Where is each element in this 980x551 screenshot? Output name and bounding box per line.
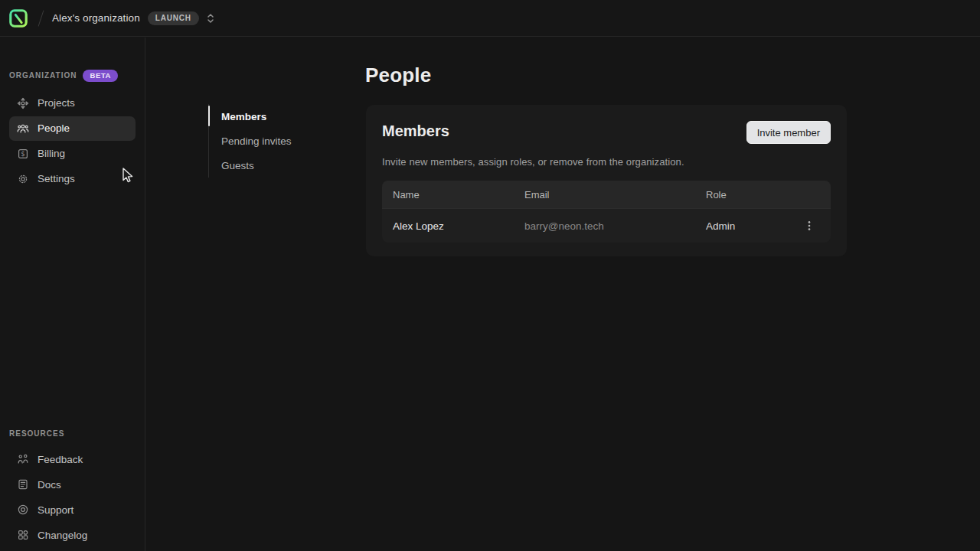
sidebar-item-label: People (38, 122, 70, 134)
sidebar-item-label: Support (38, 504, 74, 516)
feedback-icon (17, 453, 29, 465)
column-header-name: Name (393, 189, 524, 201)
chevron-updown-icon (205, 12, 216, 24)
sidebar-item-settings[interactable]: Settings (9, 167, 136, 191)
support-icon (17, 504, 29, 516)
resources-nav-list: Feedback Docs Support (0, 447, 145, 547)
members-card-title: Members (382, 122, 449, 140)
sidebar-item-billing[interactable]: $ Billing (9, 142, 136, 166)
changelog-icon (17, 529, 29, 541)
subnav-item-pending-invites[interactable]: Pending invites (209, 129, 324, 153)
sidebar-item-label: Changelog (38, 530, 87, 541)
sidebar: ORGANIZATION BETA Projects (0, 37, 145, 551)
resources-section-header: RESOURCES (9, 429, 136, 438)
sidebar-item-docs[interactable]: Docs (9, 472, 136, 497)
resources-section: RESOURCES Feedback (0, 429, 145, 548)
subnav-item-guests[interactable]: Guests (209, 153, 324, 178)
sidebar-item-feedback[interactable]: Feedback (9, 447, 136, 471)
top-bar: Alex's organization LAUNCH (0, 0, 980, 37)
people-subnav: Members Pending invites Guests (208, 104, 324, 178)
org-section-header: ORGANIZATION BETA (9, 70, 136, 82)
row-actions-menu-button[interactable] (799, 215, 820, 236)
members-card: Members Invite member Invite new members… (366, 105, 847, 256)
neon-logo-icon (8, 8, 28, 28)
page-title: People (365, 64, 431, 87)
plan-badge: LAUNCH (148, 11, 199, 25)
members-card-header: Members Invite member (382, 121, 831, 144)
sidebar-item-label: Feedback (38, 454, 83, 465)
docs-icon (17, 478, 29, 491)
table-row: Alex Lopez barry@neon.tech Admin (382, 208, 831, 243)
sidebar-item-support[interactable]: Support (9, 497, 136, 522)
org-name[interactable]: Alex's organization (52, 12, 140, 24)
breadcrumb-slash (38, 10, 44, 26)
org-nav-list: Projects People $ (0, 91, 145, 191)
org-section-label: ORGANIZATION (9, 71, 77, 80)
subnav-item-members[interactable]: Members (209, 104, 324, 129)
sidebar-item-label: Docs (38, 479, 61, 491)
sidebar-item-changelog[interactable]: Changelog (9, 523, 136, 547)
column-header-email: Email (524, 189, 706, 201)
members-card-description: Invite new members, assign roles, or rem… (382, 156, 831, 168)
sidebar-item-label: Projects (38, 97, 75, 109)
member-role: Admin (706, 220, 799, 232)
sidebar-item-projects[interactable]: Projects (9, 91, 136, 116)
member-email: barry@neon.tech (524, 220, 706, 232)
billing-icon: $ (17, 148, 29, 160)
column-header-role: Role (706, 189, 799, 201)
people-icon (17, 122, 29, 135)
table-header-row: Name Email Role (382, 181, 831, 208)
sidebar-item-label: Settings (38, 173, 75, 184)
kebab-icon (804, 220, 815, 232)
beta-badge: BETA (83, 70, 118, 82)
settings-icon (17, 173, 29, 185)
svg-text:$: $ (21, 150, 24, 158)
org-switcher-button[interactable] (205, 12, 216, 24)
sidebar-item-people[interactable]: People (9, 116, 136, 141)
members-table: Name Email Role Alex Lopez barry@neon.te… (382, 181, 831, 243)
neon-logo[interactable] (8, 8, 28, 28)
resources-section-label: RESOURCES (9, 429, 64, 438)
invite-member-button[interactable]: Invite member (746, 121, 831, 144)
member-name: Alex Lopez (393, 220, 524, 232)
projects-icon (17, 97, 29, 109)
sidebar-item-label: Billing (38, 148, 65, 159)
